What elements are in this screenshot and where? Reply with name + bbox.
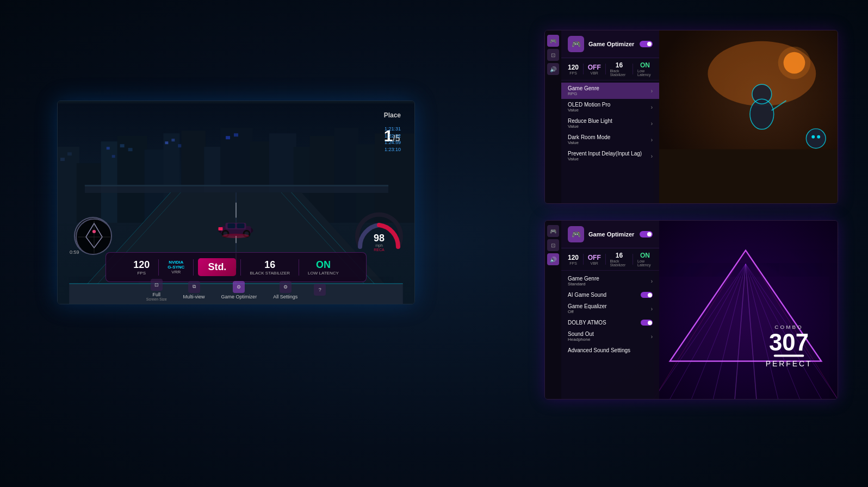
toolbar-all-settings[interactable]: ⚙ All Settings xyxy=(273,281,297,299)
fps-stat: 120 FPS xyxy=(129,259,154,276)
svg-text:98: 98 xyxy=(374,233,385,244)
menu-item-game-equalizer[interactable]: Game Equalizer Off › xyxy=(561,301,659,317)
right-top-screen: 🎮 ⊡ 🔊 🎮 Game Optimizer 120 FPS OFF xyxy=(544,30,838,204)
hud-bar: 120 FPS NVIDIA G-SYNC VRR Std. 16 Black … xyxy=(106,252,367,282)
svg-text:mph: mph xyxy=(375,244,383,248)
toolbar-screen-size[interactable]: ⊡ Full Screen Size xyxy=(146,279,167,301)
svg-point-71 xyxy=(811,135,815,139)
nav-icon-sound-bottom[interactable]: 🔊 xyxy=(547,253,559,265)
svg-rect-14 xyxy=(171,139,175,141)
svg-rect-7 xyxy=(112,155,115,158)
nav-icon-display[interactable]: ⊡ xyxy=(547,49,559,61)
stat-vrr: OFF VBR xyxy=(588,64,601,75)
svg-rect-50 xyxy=(219,227,223,230)
svg-text:307: 307 xyxy=(769,329,809,355)
svg-text:PERFECT: PERFECT xyxy=(766,359,813,368)
menu-item-input-lag[interactable]: Prevent Input Delay(Input Lag) Value › xyxy=(561,148,659,164)
menu-item-game-genre-sound[interactable]: Game Genre Standard › xyxy=(561,273,659,289)
stat-vrr-bottom: OFF VBR xyxy=(588,254,601,265)
main-panel-top: 🎮 Game Optimizer 120 FPS OFF VBR 16 B xyxy=(561,30,659,203)
nav-icon-display-bottom[interactable]: ⊡ xyxy=(547,239,559,251)
nav-icon-controller[interactable]: 🎮 xyxy=(547,35,559,47)
latency-stat: ON Low Latency xyxy=(303,259,343,276)
game-optimizer-panel-bottom: 🎮 ⊡ 🔊 🎮 Game Optimizer 120 FPS OFF xyxy=(545,221,659,399)
rpg-scene-bg xyxy=(654,30,838,203)
menu-item-dolby-atmos[interactable]: DOLBY ATMOS xyxy=(561,317,659,328)
stats-row-bottom: 120 FPS OFF VBR 16 Black Stabilizer ON L… xyxy=(561,248,659,271)
toolbar-multi-view[interactable]: ⧉ Multi-view xyxy=(183,281,205,299)
panel-toggle-bottom[interactable] xyxy=(640,231,653,238)
svg-rect-3 xyxy=(67,152,72,155)
svg-rect-29 xyxy=(85,185,388,186)
game-optimizer-panel-top: 🎮 ⊡ 🔊 🎮 Game Optimizer 120 FPS OFF xyxy=(545,30,659,203)
lap-times: 1:21:31 1:22:32 1:24:59 1:23:10 xyxy=(385,126,401,153)
bottom-toolbar: ⊡ Full Screen Size ⧉ Multi-view ⚙ Game O… xyxy=(106,279,367,301)
black-stab-stat: 16 Black Stabilizer xyxy=(245,259,294,276)
stat-black-bottom: 16 Black Stabilizer xyxy=(610,252,628,267)
lap-timer: 0:59 xyxy=(70,249,79,255)
panel-header-bottom: 🎮 Game Optimizer xyxy=(561,221,659,248)
ai-game-sound-toggle[interactable] xyxy=(641,292,653,298)
panel-header-top: 🎮 Game Optimizer xyxy=(561,30,659,58)
svg-rect-6 xyxy=(107,147,110,149)
nav-strip-top: 🎮 ⊡ 🔊 xyxy=(545,30,561,203)
nav-strip-bottom: 🎮 ⊡ 🔊 xyxy=(545,221,561,399)
menu-items-bottom: Game Genre Standard › AI Game Sound Game… xyxy=(561,271,659,358)
right-bottom-screen: COMBO 307 PERFECT 🎮 ⊡ 🔊 🎮 Game Optimizer xyxy=(544,220,838,399)
svg-rect-44 xyxy=(228,223,235,228)
svg-rect-91 xyxy=(774,355,804,357)
menu-item-ai-game-sound[interactable]: AI Game Sound xyxy=(561,289,659,301)
svg-point-63 xyxy=(778,47,811,79)
toolbar-help[interactable]: ? xyxy=(314,284,326,297)
panel-title-top: Game Optimizer xyxy=(588,41,635,47)
stats-row-top: 120 FPS OFF VBR 16 Black Stabilizer ON L… xyxy=(561,58,659,80)
panel-header-icon: 🎮 xyxy=(568,36,584,52)
music-scene-bg: COMBO 307 PERFECT xyxy=(654,221,838,399)
svg-text:RECA: RECA xyxy=(374,248,385,252)
gsync-stat: NVIDIA G-SYNC VRR xyxy=(163,260,189,274)
svg-point-72 xyxy=(817,135,820,139)
speedometer: 98 mph RECA xyxy=(355,211,404,252)
menu-item-advanced-sound[interactable]: Advanced Sound Settings xyxy=(561,345,659,356)
stat-fps: 120 FPS xyxy=(568,64,579,75)
menu-item-oled-motion[interactable]: OLED Motion Pro Value › xyxy=(561,99,659,115)
menu-item-reduce-blue-light[interactable]: Reduce Blue Light Value › xyxy=(561,115,659,132)
nav-icon-sound[interactable]: 🔊 xyxy=(547,63,559,75)
svg-rect-2 xyxy=(60,158,65,161)
menu-item-dark-room[interactable]: Dark Room Mode Value › xyxy=(561,132,659,148)
std-badge: Std. xyxy=(198,258,236,276)
panel-toggle-top[interactable] xyxy=(640,41,653,47)
svg-rect-19 xyxy=(226,136,230,139)
dolby-atmos-toggle[interactable] xyxy=(641,320,653,326)
nav-icon-controller-bottom[interactable]: 🎮 xyxy=(547,225,559,237)
panel-title-bottom: Game Optimizer xyxy=(588,231,635,238)
toolbar-game-optimizer[interactable]: ⚙ Game Optimizer xyxy=(221,281,257,299)
race-car xyxy=(216,215,257,240)
svg-point-51 xyxy=(222,234,250,238)
menu-items-top: Game Genre RPG › OLED Motion Pro Value ›… xyxy=(561,80,659,166)
svg-rect-61 xyxy=(654,149,838,203)
left-gaming-screen: 98 mph RECA 0:59 Place 1/5 1:21:31 1:22:… xyxy=(57,101,415,304)
svg-rect-13 xyxy=(165,141,168,144)
svg-rect-10 xyxy=(128,148,133,151)
menu-item-game-genre[interactable]: Game Genre RPG › xyxy=(561,83,659,99)
svg-rect-9 xyxy=(120,144,125,147)
menu-item-sound-out[interactable]: Sound Out Headphone › xyxy=(561,328,659,345)
stat-latency: ON Low Latency xyxy=(637,61,653,77)
svg-rect-45 xyxy=(237,223,245,228)
stat-latency-bottom: ON Low Latency xyxy=(637,252,653,267)
panel-header-icon-bottom: 🎮 xyxy=(568,226,584,242)
mini-map xyxy=(74,217,112,255)
stat-black: 16 Black Stabilizer xyxy=(610,61,628,77)
main-panel-bottom: 🎮 Game Optimizer 120 FPS OFF VBR 16 B xyxy=(561,221,659,399)
svg-rect-20 xyxy=(234,133,238,136)
stat-fps-bottom: 120 FPS xyxy=(568,254,579,265)
